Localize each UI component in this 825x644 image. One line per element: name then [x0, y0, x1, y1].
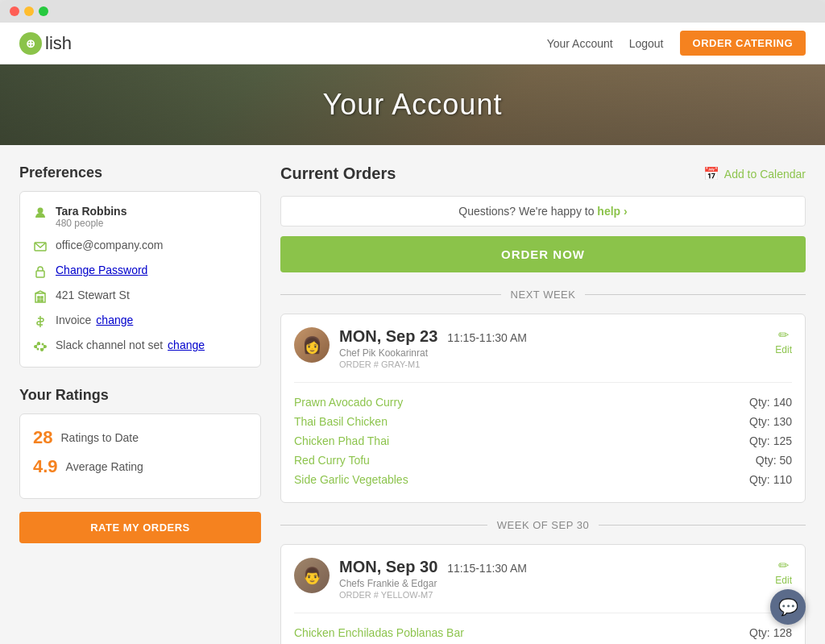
svg-point-12	[42, 348, 44, 351]
your-account-link[interactable]: Your Account	[547, 37, 613, 50]
user-name: Tara Robbins	[56, 205, 247, 218]
rate-my-orders-button[interactable]: RATE MY ORDERS	[19, 512, 261, 543]
chat-icon: 💬	[778, 597, 798, 617]
minimize-dot[interactable]	[24, 6, 34, 16]
ratings-count-row: 28 Ratings to Date	[33, 427, 247, 448]
item-name: Thai Basil Chicken	[294, 415, 388, 428]
svg-point-10	[42, 343, 44, 346]
invoice-label: Invoice	[56, 314, 91, 326]
app-container: ⊕ lish Your Account Logout ORDER CATERIN…	[0, 23, 825, 644]
svg-rect-3	[35, 293, 45, 302]
list-item: Chicken Phad Thai Qty: 125	[294, 431, 792, 451]
questions-text: Questions? We're happy to	[458, 205, 594, 218]
ratings-avg-row: 4.9 Average Rating	[33, 456, 247, 477]
order-items-1: Prawn Avocado Curry Qty: 140 Thai Basil …	[294, 382, 792, 489]
edit-label-2: Edit	[775, 575, 792, 586]
ratings-title: Your Ratings	[19, 387, 261, 404]
item-qty: Qty: 50	[756, 454, 792, 467]
item-name: Prawn Avocado Curry	[294, 396, 403, 409]
lock-icon	[33, 264, 48, 279]
building-icon	[33, 289, 48, 304]
list-item: Prawn Avocado Curry Qty: 140	[294, 393, 792, 412]
edit-button-2[interactable]: ✏ Edit	[775, 558, 792, 586]
item-name: Chicken Phad Thai	[294, 434, 389, 447]
ratings-average: 4.9	[33, 456, 58, 477]
order-date-2: MON, Sep 30	[339, 558, 437, 575]
order-card-1: 👩 MON, Sep 23 11:15-11:30 AM Chef Pik Ko…	[280, 314, 806, 503]
title-bar	[0, 0, 825, 23]
edit-icon-1: ✏	[778, 327, 789, 343]
right-panel: Current Orders 📅 Add to Calendar Questio…	[280, 164, 806, 644]
address-text: 421 Stewart St	[56, 289, 130, 301]
order-catering-button[interactable]: ORDER CATERING	[680, 31, 806, 56]
divider-line-right	[585, 294, 806, 295]
ratings-card: 28 Ratings to Date 4.9 Average Rating	[19, 413, 261, 499]
password-row: Change Password	[33, 264, 247, 279]
app-window: ⊕ lish Your Account Logout ORDER CATERIN…	[0, 0, 825, 644]
order-info-2: MON, Sep 30 11:15-11:30 AM Chefs Frankie…	[339, 558, 765, 600]
maximize-dot[interactable]	[39, 6, 48, 16]
user-info-row: Tara Robbins 480 people	[33, 205, 247, 229]
divider-line-left	[280, 294, 501, 295]
ratings-average-label: Average Rating	[66, 460, 143, 473]
svg-rect-4	[38, 297, 39, 298]
email-row: office@company.com	[33, 239, 247, 254]
item-name: Chicken Enchiladas Poblanas Bar	[294, 626, 464, 639]
change-password-link[interactable]: Change Password	[56, 264, 147, 276]
invoice-row: Invoice change	[33, 314, 247, 329]
address-row: 421 Stewart St	[33, 289, 247, 304]
invoice-content: Invoice change	[56, 314, 133, 326]
user-group: 480 people	[56, 218, 247, 229]
order-info-1: MON, Sep 23 11:15-11:30 AM Chef Pik Kook…	[339, 327, 765, 369]
order-date-1: MON, Sep 23	[339, 327, 437, 345]
add-to-calendar-label: Add to Calendar	[724, 168, 806, 181]
slack-label: Slack channel not set	[56, 339, 163, 351]
ratings-count-label: Ratings to Date	[60, 431, 139, 444]
calendar-icon: 📅	[703, 166, 719, 181]
user-icon	[33, 206, 48, 220]
svg-point-11	[37, 348, 39, 351]
item-name: Side Garlic Vegetables	[294, 473, 408, 486]
order-time-1: 11:15-11:30 AM	[447, 331, 527, 344]
add-to-calendar-link[interactable]: 📅 Add to Calendar	[703, 166, 806, 181]
nav-links: Your Account Logout ORDER CATERING	[547, 31, 806, 56]
edit-label-1: Edit	[775, 344, 792, 355]
edit-button-1[interactable]: ✏ Edit	[775, 327, 792, 355]
ratings-count: 28	[33, 427, 52, 448]
order-header-2: 👨 MON, Sep 30 11:15-11:30 AM Chefs Frank…	[294, 558, 792, 600]
logout-link[interactable]: Logout	[629, 37, 664, 50]
svg-rect-7	[41, 300, 43, 301]
current-orders-title: Current Orders	[280, 164, 396, 183]
email-text: office@company.com	[56, 239, 164, 251]
order-now-button[interactable]: ORDER NOW	[280, 236, 806, 272]
order-time-2: 11:15-11:30 AM	[447, 562, 527, 575]
list-item: Red Curry Tofu Qty: 50	[294, 451, 792, 470]
hero-title: Your Account	[323, 88, 503, 122]
invoice-change-link[interactable]: change	[96, 314, 133, 326]
item-qty: Qty: 110	[749, 473, 792, 486]
user-info-content: Tara Robbins 480 people	[56, 205, 247, 229]
svg-rect-5	[41, 297, 43, 298]
order-num-1: ORDER # GRAY-M1	[339, 359, 765, 369]
slack-icon	[33, 339, 48, 354]
questions-bar: Questions? We're happy to help ›	[280, 196, 806, 226]
current-orders-header: Current Orders 📅 Add to Calendar	[280, 164, 806, 183]
top-nav: ⊕ lish Your Account Logout ORDER CATERIN…	[0, 23, 825, 64]
left-panel: Preferences Tara Robbins 480 people	[19, 164, 261, 644]
slack-change-link[interactable]: change	[168, 339, 205, 351]
list-item: Chicken Enchiladas Poblanas Bar Qty: 128	[294, 623, 792, 642]
svg-rect-2	[36, 271, 44, 277]
dollar-icon	[33, 314, 48, 329]
order-card-2: 👨 MON, Sep 30 11:15-11:30 AM Chefs Frank…	[280, 544, 806, 644]
close-dot[interactable]	[10, 6, 19, 16]
svg-point-0	[38, 208, 44, 214]
slack-row: Slack channel not set change	[33, 339, 247, 354]
logo: ⊕ lish	[19, 32, 72, 55]
order-num-2: ORDER # YELLOW-M7	[339, 590, 765, 600]
chat-widget[interactable]: 💬	[770, 589, 806, 625]
help-link[interactable]: help ›	[597, 205, 627, 218]
preferences-title: Preferences	[19, 164, 261, 181]
svg-rect-6	[38, 300, 39, 301]
slack-content: Slack channel not set change	[56, 339, 205, 351]
item-qty: Qty: 130	[749, 415, 792, 428]
